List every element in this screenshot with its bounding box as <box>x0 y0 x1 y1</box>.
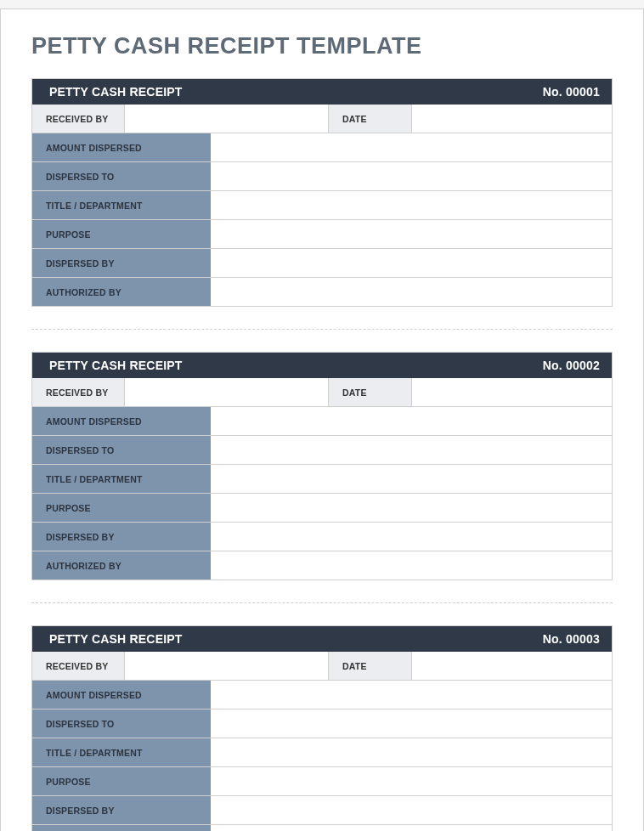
detail-row: DISPERSED BY <box>32 523 612 551</box>
amount-dispersed-label: AMOUNT DISPERSED <box>32 407 211 435</box>
detail-row: TITLE / DEPARTMENT <box>32 465 612 494</box>
dispersed-to-value[interactable] <box>211 709 612 738</box>
title-department-label: TITLE / DEPARTMENT <box>32 738 211 766</box>
receipt-header-title: PETTY CASH RECEIPT <box>49 632 183 646</box>
dispersed-to-label: DISPERSED TO <box>32 436 211 464</box>
receipt-block: PETTY CASH RECEIPT No. 00002 RECEIVED BY… <box>31 352 613 580</box>
divider <box>31 329 613 330</box>
title-department-value[interactable] <box>211 191 612 219</box>
top-row: RECEIVED BY DATE <box>32 378 612 407</box>
authorized-by-label: AUTHORIZED BY <box>32 551 211 579</box>
dispersed-to-label: DISPERSED TO <box>32 162 211 190</box>
dispersed-to-label: DISPERSED TO <box>32 709 211 738</box>
authorized-by-value[interactable] <box>211 551 612 579</box>
date-label: DATE <box>328 105 411 133</box>
page-title: PETTY CASH RECEIPT TEMPLATE <box>31 33 613 59</box>
amount-dispersed-value[interactable] <box>211 681 612 709</box>
received-by-label: RECEIVED BY <box>32 105 124 133</box>
top-row: RECEIVED BY DATE <box>32 652 612 681</box>
receipt-header: PETTY CASH RECEIPT No. 00003 <box>32 626 612 652</box>
title-department-value[interactable] <box>211 738 612 766</box>
receipt-number: No. 00003 <box>543 632 600 646</box>
amount-dispersed-value[interactable] <box>211 407 612 435</box>
detail-row: DISPERSED TO <box>32 162 612 191</box>
detail-row: TITLE / DEPARTMENT <box>32 191 612 220</box>
purpose-label: PURPOSE <box>32 220 211 248</box>
receipt-block: PETTY CASH RECEIPT No. 00003 RECEIVED BY… <box>31 625 613 831</box>
divider <box>31 602 613 603</box>
page: PETTY CASH RECEIPT TEMPLATE PETTY CASH R… <box>0 8 644 831</box>
detail-row: AMOUNT DISPERSED <box>32 133 612 162</box>
date-value[interactable] <box>411 652 612 680</box>
title-department-value[interactable] <box>211 465 612 493</box>
detail-row: PURPOSE <box>32 494 612 523</box>
top-row: RECEIVED BY DATE <box>32 105 612 133</box>
authorized-by-label: AUTHORIZED BY <box>32 278 211 306</box>
title-department-label: TITLE / DEPARTMENT <box>32 465 211 493</box>
detail-row: DISPERSED BY <box>32 796 612 825</box>
authorized-by-value[interactable] <box>211 278 612 306</box>
receipt-header: PETTY CASH RECEIPT No. 00002 <box>32 353 612 378</box>
detail-row: DISPERSED TO <box>32 436 612 465</box>
received-by-value[interactable] <box>124 378 328 406</box>
received-by-value[interactable] <box>124 105 328 133</box>
dispersed-by-label: DISPERSED BY <box>32 796 211 824</box>
detail-row: AUTHORIZED BY <box>32 825 612 831</box>
detail-row: DISPERSED BY <box>32 249 612 278</box>
receipt-header-title: PETTY CASH RECEIPT <box>49 359 183 372</box>
dispersed-to-value[interactable] <box>211 162 612 190</box>
purpose-value[interactable] <box>211 767 612 795</box>
dispersed-by-value[interactable] <box>211 796 612 824</box>
date-value[interactable] <box>411 378 612 406</box>
date-label: DATE <box>328 378 411 406</box>
detail-row: AUTHORIZED BY <box>32 278 612 307</box>
date-label: DATE <box>328 652 411 680</box>
dispersed-by-label: DISPERSED BY <box>32 523 211 551</box>
receipt-block: PETTY CASH RECEIPT No. 00001 RECEIVED BY… <box>31 78 613 307</box>
dispersed-by-label: DISPERSED BY <box>32 249 211 277</box>
purpose-label: PURPOSE <box>32 767 211 795</box>
title-department-label: TITLE / DEPARTMENT <box>32 191 211 219</box>
receipt-number: No. 00001 <box>543 85 600 99</box>
detail-row: AMOUNT DISPERSED <box>32 681 612 709</box>
receipt-number: No. 00002 <box>543 359 600 372</box>
detail-row: AUTHORIZED BY <box>32 551 612 580</box>
dispersed-by-value[interactable] <box>211 249 612 277</box>
received-by-value[interactable] <box>124 652 328 680</box>
date-value[interactable] <box>411 105 612 133</box>
receipt-header: PETTY CASH RECEIPT No. 00001 <box>32 79 612 105</box>
received-by-label: RECEIVED BY <box>32 652 124 680</box>
dispersed-by-value[interactable] <box>211 523 612 551</box>
dispersed-to-value[interactable] <box>211 436 612 464</box>
authorized-by-label: AUTHORIZED BY <box>32 825 211 831</box>
received-by-label: RECEIVED BY <box>32 378 124 406</box>
purpose-value[interactable] <box>211 494 612 522</box>
amount-dispersed-value[interactable] <box>211 133 612 161</box>
amount-dispersed-label: AMOUNT DISPERSED <box>32 133 211 161</box>
authorized-by-value[interactable] <box>211 825 612 831</box>
detail-row: DISPERSED TO <box>32 709 612 738</box>
purpose-value[interactable] <box>211 220 612 248</box>
purpose-label: PURPOSE <box>32 494 211 522</box>
detail-row: PURPOSE <box>32 767 612 796</box>
detail-row: AMOUNT DISPERSED <box>32 407 612 436</box>
receipt-header-title: PETTY CASH RECEIPT <box>49 85 183 99</box>
detail-row: TITLE / DEPARTMENT <box>32 738 612 767</box>
amount-dispersed-label: AMOUNT DISPERSED <box>32 681 211 709</box>
detail-row: PURPOSE <box>32 220 612 249</box>
